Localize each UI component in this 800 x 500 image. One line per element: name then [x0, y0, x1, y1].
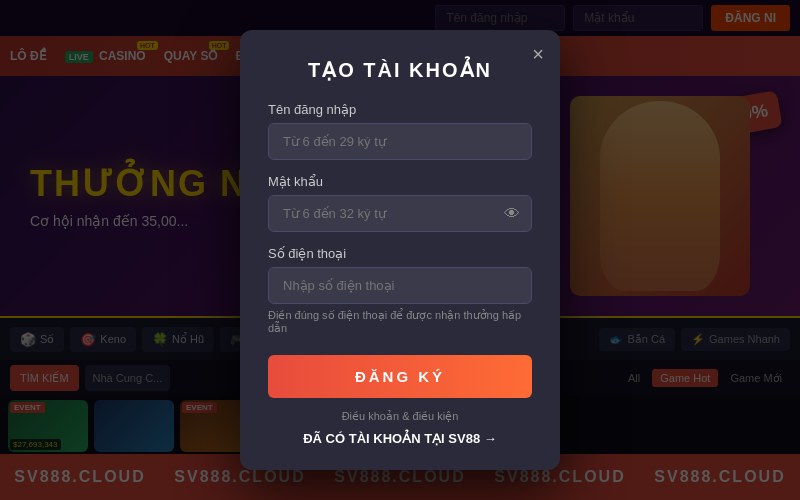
username-field: Tên đăng nhập — [268, 102, 532, 160]
password-label: Mật khẩu — [268, 174, 532, 189]
password-input-wrap: 👁 — [268, 195, 532, 232]
modal-close-button[interactable]: × — [532, 44, 544, 64]
modal-title: TẠO TÀI KHOẢN — [268, 58, 532, 82]
phone-label: Số điện thoại — [268, 246, 532, 261]
password-field: Mật khẩu 👁 — [268, 174, 532, 232]
username-label: Tên đăng nhập — [268, 102, 532, 117]
phone-hint: Điền đúng số điện thoại để được nhận thư… — [268, 309, 532, 335]
modal-overlay: × TẠO TÀI KHOẢN Tên đăng nhập Mật khẩu 👁… — [0, 0, 800, 500]
modal-username-input[interactable] — [268, 123, 532, 160]
eye-icon[interactable]: 👁 — [504, 205, 520, 223]
register-modal: × TẠO TÀI KHOẢN Tên đăng nhập Mật khẩu 👁… — [240, 30, 560, 470]
modal-terms[interactable]: Điều khoản & điều kiện — [268, 410, 532, 423]
phone-field: Số điện thoại Điền đúng số điện thoại để… — [268, 246, 532, 335]
modal-password-input[interactable] — [268, 195, 532, 232]
modal-register-button[interactable]: ĐĂNG KÝ — [268, 355, 532, 398]
modal-phone-input[interactable] — [268, 267, 532, 304]
modal-login-link[interactable]: ĐÃ CÓ TÀI KHOẢN TẠI SV88 → — [268, 431, 532, 446]
